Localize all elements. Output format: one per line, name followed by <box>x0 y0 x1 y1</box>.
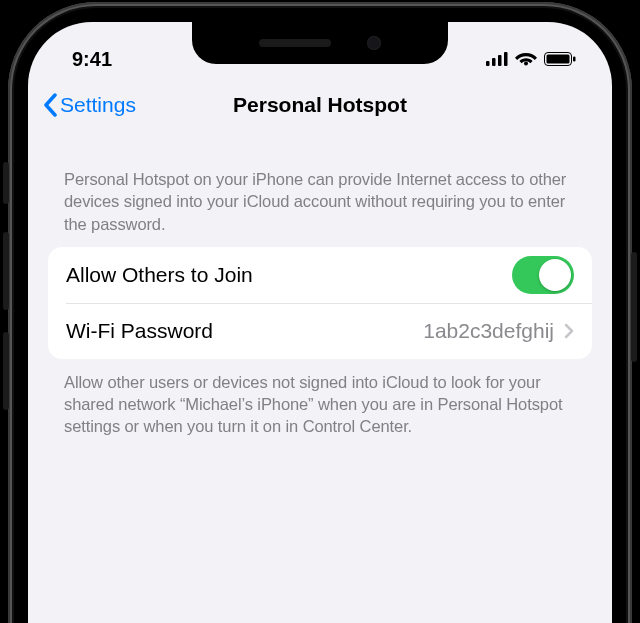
device-frame: 9:41 Set <box>8 2 632 623</box>
svg-rect-5 <box>547 54 570 63</box>
chevron-left-icon <box>42 93 58 117</box>
silent-switch <box>3 162 9 204</box>
back-button[interactable]: Settings <box>42 93 136 117</box>
front-camera <box>367 36 381 50</box>
speaker-grille <box>259 39 331 47</box>
svg-rect-6 <box>573 56 576 61</box>
settings-group: Allow Others to Join Wi-Fi Password 1ab2… <box>48 247 592 359</box>
wifi-icon <box>515 48 537 71</box>
volume-up-button <box>3 232 9 310</box>
wifi-password-value: 1ab2c3defghij <box>423 319 554 343</box>
cell-label: Wi-Fi Password <box>66 319 213 343</box>
screen: 9:41 Set <box>28 22 612 623</box>
section-footer-description: Allow other users or devices not signed … <box>48 359 592 438</box>
nav-bar: Settings Personal Hotspot <box>28 76 612 134</box>
chevron-right-icon <box>564 323 574 339</box>
back-label: Settings <box>60 93 136 117</box>
notch <box>192 22 448 64</box>
svg-rect-0 <box>486 61 490 66</box>
allow-others-row[interactable]: Allow Others to Join <box>48 247 592 303</box>
allow-others-toggle[interactable] <box>512 256 574 294</box>
cellular-icon <box>486 48 508 71</box>
toggle-knob <box>539 259 571 291</box>
svg-rect-2 <box>498 55 502 66</box>
svg-rect-3 <box>504 52 508 66</box>
cell-label: Allow Others to Join <box>66 263 253 287</box>
side-button <box>631 252 637 362</box>
wifi-password-row[interactable]: Wi-Fi Password 1ab2c3defghij <box>66 303 592 359</box>
battery-icon <box>544 48 576 71</box>
section-header-description: Personal Hotspot on your iPhone can prov… <box>48 134 592 247</box>
svg-rect-1 <box>492 58 496 66</box>
status-time: 9:41 <box>72 48 112 71</box>
volume-down-button <box>3 332 9 410</box>
